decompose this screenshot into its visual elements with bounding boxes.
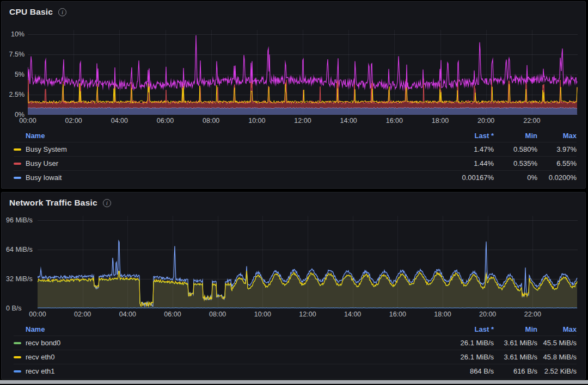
series-max-value: 45.5 MiB/s	[537, 339, 577, 347]
series-min-value: 0.535%	[494, 159, 537, 167]
legend-row: Busy User 1.44% 0.535% 6.55%	[14, 156, 577, 170]
series-marker	[14, 356, 21, 358]
series-marker	[14, 370, 21, 372]
y-axis-label: 5%	[15, 71, 24, 78]
info-icon[interactable]: i	[103, 199, 111, 207]
x-axis-label: 12:00	[294, 117, 311, 125]
x-axis-label: 04:00	[119, 311, 136, 318]
series-min-value: 3.61 MiB/s	[494, 353, 537, 361]
legend-header-last[interactable]: Last *	[428, 325, 494, 333]
cpu-y-axis: 10% 7.5% 5% 2.5% 0%	[2, 30, 28, 115]
legend-row: Busy Iowait 0.00167% 0% 0.0200%	[14, 170, 577, 184]
x-axis-label: 06:00	[157, 117, 174, 125]
x-axis-label: 20:00	[477, 117, 494, 125]
legend-header-name[interactable]: Name	[26, 132, 428, 140]
y-axis-label: 64 MiB/s	[6, 246, 33, 253]
x-axis-label: 14:00	[340, 117, 357, 125]
legend-header-row: Name Last * Min Max	[14, 129, 577, 142]
y-axis-label: 7.5%	[9, 51, 25, 58]
legend-header-row: Name Last * Min Max	[14, 322, 577, 336]
series-name[interactable]: recv eth0	[26, 353, 428, 361]
series-last-value: 864 B/s	[428, 367, 494, 375]
y-axis-label: 10%	[11, 30, 24, 38]
x-axis-label: 10:00	[248, 117, 265, 125]
x-axis-label: 02:00	[74, 311, 91, 318]
series-marker	[14, 177, 21, 179]
y-axis-label: 2.5%	[9, 91, 25, 98]
series-last-value: 1.44%	[428, 159, 494, 167]
network-x-axis: 00:00 02:00 04:00 06:00 08:00 10:00 12:0…	[38, 308, 578, 320]
cpu-chart-area: 10% 7.5% 5% 2.5% 0%	[2, 30, 585, 115]
x-axis-label: 22:00	[524, 311, 541, 318]
y-axis-label: 0 B/s	[6, 305, 22, 312]
network-legend: Name Last * Min Max recv bond0 26.1 MiB/…	[2, 322, 585, 378]
cpu-legend: Name Last * Min Max Busy System 1.47% 0.…	[2, 129, 585, 184]
cpu-chart-canvas[interactable]	[28, 30, 578, 115]
legend-header-max[interactable]: Max	[537, 132, 577, 140]
legend-header-max[interactable]: Max	[537, 325, 577, 333]
x-axis-label: 06:00	[164, 311, 181, 318]
series-marker	[14, 163, 21, 165]
x-axis-label: 08:00	[203, 117, 219, 125]
x-axis-label: 00:00	[29, 311, 46, 318]
series-last-value: 26.1 MiB/s	[428, 353, 494, 361]
legend-header-name[interactable]: Name	[26, 325, 428, 333]
series-max-value: 2.52 KiB/s	[537, 367, 577, 375]
x-axis-label: 14:00	[344, 311, 361, 318]
panel-header: CPU Basic i	[2, 2, 585, 22]
series-min-value: 616 B/s	[494, 367, 537, 375]
y-axis-label: 96 MiB/s	[6, 216, 33, 224]
series-min-value: 0%	[494, 173, 537, 182]
series-max-value: 45.8 MiB/s	[537, 353, 577, 361]
series-name[interactable]: recv eth1	[26, 367, 428, 375]
legend-row: recv eth0 26.1 MiB/s 3.61 MiB/s 45.8 MiB…	[14, 350, 577, 364]
network-chart-canvas[interactable]	[38, 216, 578, 308]
panel-header: Network Traffic Basic i	[2, 192, 585, 213]
panel-title[interactable]: CPU Basic	[9, 7, 53, 17]
series-max-value: 6.55%	[537, 159, 577, 167]
series-marker	[14, 342, 21, 344]
x-axis-label: 08:00	[209, 311, 226, 318]
network-y-axis: 96 MiB/s 64 MiB/s 32 MiB/s 0 B/s	[2, 216, 38, 308]
legend-row: Busy System 1.47% 0.580% 3.97%	[14, 142, 577, 156]
series-max-value: 3.97%	[537, 145, 577, 153]
info-icon[interactable]: i	[58, 8, 66, 16]
series-last-value: 26.1 MiB/s	[428, 339, 494, 347]
panel-cpu-basic: CPU Basic i 10% 7.5% 5% 2.5% 0% 00:00 02…	[1, 1, 586, 189]
series-marker	[14, 148, 21, 151]
x-axis-label: 12:00	[299, 311, 316, 318]
series-min-value: 0.580%	[494, 145, 537, 153]
series-last-value: 0.00167%	[428, 173, 494, 182]
legend-header-last[interactable]: Last *	[428, 132, 494, 140]
window-edge-bar	[0, 380, 588, 384]
network-chart-area: 96 MiB/s 64 MiB/s 32 MiB/s 0 B/s	[2, 216, 585, 308]
series-last-value: 1.47%	[428, 145, 494, 153]
panel-network-traffic-basic: Network Traffic Basic i 96 MiB/s 64 MiB/…	[1, 192, 586, 380]
legend-header-min[interactable]: Min	[494, 325, 537, 333]
series-name[interactable]: Busy User	[26, 159, 428, 167]
cpu-x-axis: 00:00 02:00 04:00 06:00 08:00 10:00 12:0…	[28, 115, 578, 127]
x-axis-label: 18:00	[432, 117, 449, 125]
x-axis-label: 22:00	[523, 117, 540, 125]
y-axis-label: 32 MiB/s	[6, 275, 33, 283]
x-axis-label: 02:00	[65, 117, 82, 125]
x-axis-label: 10:00	[254, 311, 271, 318]
series-name[interactable]: Busy System	[26, 145, 428, 153]
series-name[interactable]: Busy Iowait	[26, 173, 428, 182]
x-axis-label: 04:00	[111, 117, 128, 125]
legend-header-min[interactable]: Min	[494, 132, 537, 140]
legend-row: recv bond0 26.1 MiB/s 3.61 MiB/s 45.5 Mi…	[14, 336, 577, 350]
x-axis-label: 00:00	[19, 117, 36, 125]
x-axis-label: 16:00	[386, 117, 403, 125]
series-max-value: 0.0200%	[537, 173, 577, 182]
series-name[interactable]: recv bond0	[26, 339, 428, 347]
legend-row: recv eth1 864 B/s 616 B/s 2.52 KiB/s	[14, 364, 577, 378]
x-axis-label: 16:00	[389, 311, 406, 318]
panel-title[interactable]: Network Traffic Basic	[9, 198, 97, 208]
x-axis-label: 20:00	[479, 311, 496, 318]
x-axis-label: 18:00	[434, 311, 451, 318]
series-min-value: 3.61 MiB/s	[494, 339, 537, 347]
